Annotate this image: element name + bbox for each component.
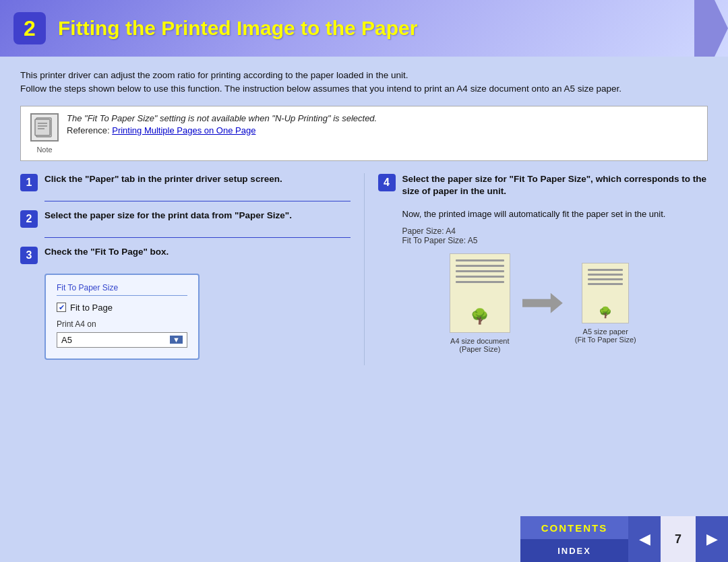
doc1-lines [456,259,504,286]
doc2-tree-icon: 🌳 [599,306,612,319]
left-column: 1 Click the "Paper" tab in the printer d… [20,173,365,365]
doc1-container: 🌳 A4 size document (Paper Size) [450,253,510,353]
fit-to-page-checkbox[interactable]: ✔ [57,303,66,312]
doc1-tree-icon: 🌳 [471,308,489,325]
doc-line-3 [456,270,504,272]
step-1: 1 Click the "Paper" tab in the printer d… [20,173,351,191]
checkbox-label: Fit to Page [70,303,113,313]
paper-size-label: Paper Size: A4 [402,226,708,236]
step-1-divider [44,201,351,201]
two-column-layout: 1 Click the "Paper" tab in the printer d… [20,173,708,365]
doc2-line-4 [588,283,623,285]
arrow-shape [522,293,563,313]
doc2-line-3 [588,278,623,280]
doc-line-4 [456,276,504,278]
doc-line-1 [456,259,504,261]
page-number: 7 [661,516,696,562]
page-header: 2 Fitting the Printed Image to the Paper [0,0,728,57]
checkbox-row[interactable]: ✔ Fit to Page [57,303,187,313]
step-2-text: Select the paper size for the print data… [44,210,351,222]
diagram-arrow [522,293,563,313]
header-arrow-decoration [694,0,728,57]
page-title: Fitting the Printed Image to the Paper [58,17,417,40]
select-value: A5 [61,335,72,345]
step-2: 2 Select the paper size for the print da… [20,210,351,228]
right-column: 4 Select the paper size for "Fit To Pape… [365,173,708,365]
paper-diagram: 🌳 A4 size document (Paper Size) [378,253,708,353]
select-dropdown-arrow[interactable]: ▼ [170,336,183,344]
doc2-label: A5 size paper (Fit To Paper Size) [575,327,636,344]
note-label: Note [36,146,52,154]
step-4-subtext: Now, the printed image will automaticall… [402,208,708,221]
step-2-number: 2 [20,210,38,228]
chapter-number: 2 [13,12,46,44]
step-4-text: Select the paper size for "Fit To Paper … [402,173,708,199]
reference-link[interactable]: Printing Multiple Pages on One Page [112,125,255,135]
note-text: The "Fit To Paper Size" setting is not a… [67,113,698,123]
doc2-container: 🌳 A5 size paper (Fit To Paper Size) [575,263,636,344]
index-button[interactable]: INDEX [520,539,628,562]
intro-paragraph: This printer driver can adjust the zoom … [20,69,708,96]
doc-line-5 [456,281,504,283]
footer: CONTENTS INDEX ◀ 7 ▶ [520,516,728,562]
step-3-text: Check the "Fit To Page" box. [44,246,351,259]
step-2-divider [44,237,351,238]
doc1-paper: 🌳 [450,253,510,333]
step-1-text: Click the "Paper" tab in the printer dri… [44,173,351,186]
doc2-lines [588,269,623,288]
fit-to-paper-dialog: Fit To Paper Size ✔ Fit to Page Print A4… [44,274,200,360]
prev-page-button[interactable]: ◀ [628,516,661,562]
step-1-number: 1 [20,174,38,191]
note-box: Note The "Fit To Paper Size" setting is … [20,106,708,161]
doc1-label: A4 size document (Paper Size) [450,337,509,353]
note-icon [30,113,59,142]
paper-size-info: Paper Size: A4 Fit To Paper Size: A5 [402,226,708,245]
step-4-number: 4 [378,174,396,191]
note-reference: Reference: Printing Multiple Pages on On… [67,125,698,135]
step-3: 3 Check the "Fit To Page" box. [20,246,351,264]
step-3-number: 3 [20,247,38,264]
doc2-line-2 [588,274,623,276]
footer-nav-buttons: CONTENTS INDEX [520,516,628,562]
svg-rect-1 [35,119,50,135]
paper-size-select[interactable]: A5 ▼ [57,332,187,348]
main-content: This printer driver can adjust the zoom … [0,57,728,372]
fit-to-size-label: Fit To Paper Size: A5 [402,236,708,245]
contents-button[interactable]: CONTENTS [520,516,628,539]
doc2-line-1 [588,269,623,271]
next-page-button[interactable]: ▶ [696,516,728,562]
doc2-paper: 🌳 [582,263,629,323]
note-content: The "Fit To Paper Size" setting is not a… [67,113,698,135]
step-4: 4 Select the paper size for "Fit To Pape… [378,173,708,199]
doc-line-2 [456,265,504,267]
print-on-label: Print A4 on [57,319,187,329]
dialog-title: Fit To Paper Size [57,283,187,296]
